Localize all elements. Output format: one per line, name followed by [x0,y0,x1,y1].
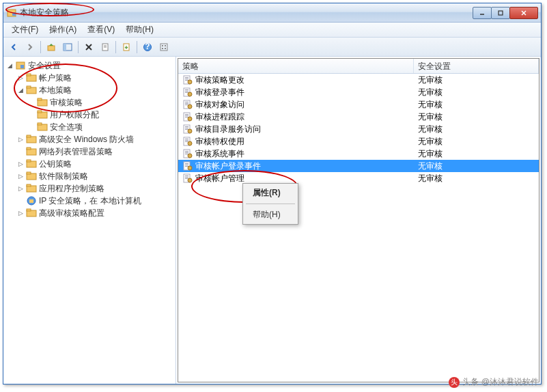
svg-point-72 [188,129,192,133]
list-body[interactable]: 审核策略更改无审核审核登录事件无审核审核对象访问无审核审核进程跟踪无审核审核目录… [178,74,539,382]
tree-firewall[interactable]: ▷ 高级安全 Windows 防火墙 [16,133,174,145]
tree-label: 高级审核策略配置 [39,208,104,219]
svg-rect-84 [185,163,188,164]
forward-button[interactable] [23,40,38,55]
tree-software-restriction[interactable]: ▷ 软件限制策略 [16,170,174,182]
tree-label: 高级安全 Windows 防火墙 [39,134,134,145]
svg-rect-29 [38,98,42,100]
setting-cell: 无审核 [414,148,539,160]
policy-icon [182,160,193,171]
tree-spacer [17,197,25,205]
menu-view[interactable]: 查看(V) [82,23,120,37]
policy-cell: 审核登录事件 [178,86,414,99]
list-row[interactable]: 审核进程跟踪无审核 [178,111,539,123]
policy-cell: 审核进程跟踪 [178,111,414,124]
menu-file[interactable]: 文件(F) [6,23,44,37]
list-row[interactable]: 审核系统事件无审核 [178,148,539,160]
tree-root[interactable]: ◢ 安全设置 [5,59,174,72]
titlebar[interactable]: 本地安全策略 [3,3,541,23]
setting-cell: 无审核 [414,160,539,173]
window-controls [473,7,538,19]
tree-panel[interactable]: ◢ 安全设置 ▷ 帐户策略 ◢ 本地策略 [3,57,176,384]
list-row[interactable]: 审核策略更改无审核 [178,74,539,86]
svg-rect-90 [185,177,188,178]
expand-icon[interactable]: ▷ [17,210,25,217]
list-row[interactable]: 审核帐户管理无审核 [178,172,539,184]
column-header-policy[interactable]: 策略 [178,59,414,73]
svg-point-67 [188,117,192,121]
policy-name: 审核帐户登录事件 [195,160,261,172]
folder-icon [26,171,37,182]
tree-network-list[interactable]: 网络列表管理器策略 [16,145,174,158]
context-properties[interactable]: 属性(R) [243,184,298,202]
policy-name: 审核策略更改 [195,74,244,86]
column-header-setting[interactable]: 安全设置 [414,59,539,73]
folder-icon [26,72,37,83]
svg-rect-69 [185,126,188,127]
maximize-button[interactable] [491,7,510,19]
folder-icon [37,122,48,132]
expand-icon[interactable]: ▷ [17,74,25,82]
minimize-button[interactable] [473,7,492,19]
menu-help[interactable]: 帮助(H) [120,23,159,37]
help-button[interactable]: ? [140,40,155,55]
expand-icon[interactable]: ▷ [17,136,25,143]
list-row[interactable]: 审核对象访问无审核 [178,98,539,111]
tree-ip-security[interactable]: IP 安全策略，在 本地计算机 [16,195,174,207]
tree-label: 应用程序控制策略 [39,183,104,195]
list-row[interactable]: 审核目录服务访问无审核 [178,123,539,135]
collapse-icon[interactable]: ◢ [6,62,14,70]
tree-app-control[interactable]: ▷ 应用程序控制策略 [16,182,174,195]
policy-cell: 审核目录服务访问 [178,123,414,136]
toolbar-separator [78,41,79,53]
setting-cell: 无审核 [414,86,539,99]
expand-icon[interactable]: ▷ [17,173,25,180]
policy-name: 审核特权使用 [195,136,244,148]
setting-cell: 无审核 [414,172,539,185]
show-hide-tree-button[interactable] [60,40,75,55]
svg-rect-65 [185,115,188,116]
export-button[interactable] [119,40,134,55]
tree-user-rights[interactable]: 用户权限分配 [27,109,174,121]
policy-icon [182,124,193,135]
up-button[interactable] [44,40,59,55]
expand-icon[interactable]: ▷ [17,185,25,193]
tree-audit-policy[interactable]: 审核策略 [27,96,174,109]
tree-spacer [28,111,36,119]
toolbar: ? [3,38,541,57]
context-help[interactable]: 帮助(H) [243,206,298,224]
ipsec-icon [26,195,37,206]
menu-action[interactable]: 操作(A) [44,23,82,37]
list-row[interactable]: 审核特权使用无审核 [178,135,539,148]
properties-button[interactable] [98,40,113,55]
back-button[interactable] [6,40,21,55]
svg-point-57 [188,92,192,96]
setting-cell: 无审核 [414,123,539,136]
svg-rect-70 [185,128,188,128]
tree-local-policies[interactable]: ◢ 本地策略 [16,84,174,96]
svg-rect-37 [27,148,31,150]
list-row[interactable]: 审核帐户登录事件无审核 [178,160,539,172]
policy-cell: 审核帐户登录事件 [178,160,414,173]
window-title: 本地安全策略 [20,7,473,18]
refresh-button[interactable] [156,40,171,55]
tree-advanced-audit[interactable]: ▷ 高级审核策略配置 [16,207,174,219]
svg-point-92 [188,178,192,182]
watermark-text: @沐沐君说软件 [481,376,539,388]
policy-icon [182,136,193,147]
expand-icon[interactable]: ▷ [17,160,25,168]
list-panel: 策略 安全设置 审核策略更改无审核审核登录事件无审核审核对象访问无审核审核进程跟… [178,58,539,382]
tree-account-policies[interactable]: ▷ 帐户策略 [16,72,174,84]
tree-security-options[interactable]: 安全选项 [27,121,174,133]
tree-spacer [28,99,36,107]
delete-button[interactable] [81,40,96,55]
close-button[interactable] [509,7,538,19]
list-row[interactable]: 审核登录事件无审核 [178,86,539,98]
setting-cell: 无审核 [414,111,539,124]
policy-name: 审核对象访问 [195,99,244,111]
svg-point-62 [188,104,192,109]
collapse-icon[interactable]: ◢ [17,87,25,94]
svg-rect-17 [160,44,167,51]
folder-icon [26,85,37,96]
tree-public-key[interactable]: ▷ 公钥策略 [16,158,174,170]
